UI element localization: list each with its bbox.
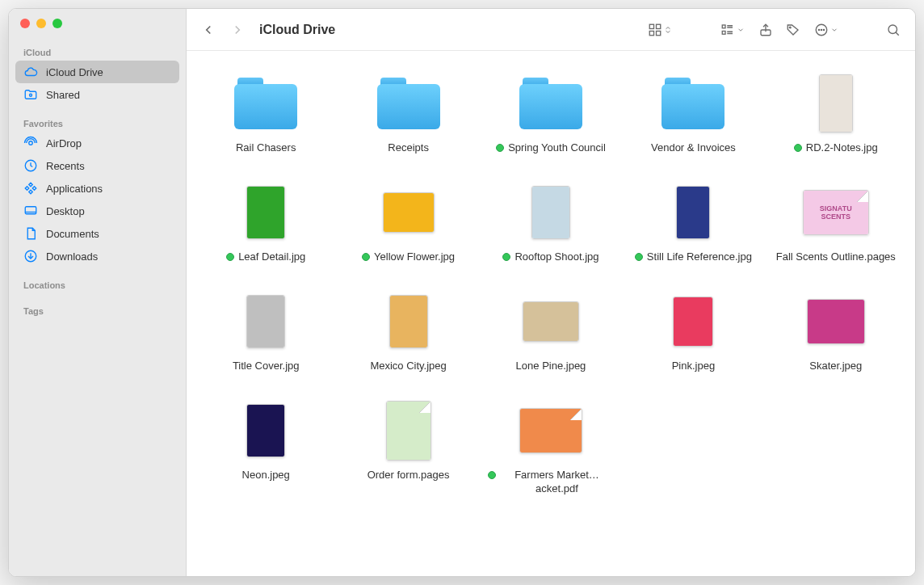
svg-point-21 bbox=[821, 29, 821, 30]
share-button[interactable] bbox=[754, 19, 778, 41]
file-item[interactable]: Receipts bbox=[345, 70, 471, 155]
sidebar-item-label: iCloud Drive bbox=[46, 66, 103, 78]
forward-button[interactable] bbox=[225, 19, 250, 41]
svg-rect-7 bbox=[649, 24, 653, 28]
tag-dot-green bbox=[496, 144, 504, 152]
svg-point-0 bbox=[30, 94, 32, 96]
svg-point-23 bbox=[888, 25, 897, 34]
sidebar-item-airdrop[interactable]: AirDrop bbox=[15, 132, 179, 154]
image-thumbnail bbox=[518, 288, 584, 355]
file-item[interactable]: Order form.pages bbox=[345, 398, 471, 496]
file-item[interactable]: Spring Youth Council bbox=[488, 70, 614, 155]
svg-point-20 bbox=[818, 29, 819, 30]
file-item[interactable]: Rail Chasers bbox=[203, 70, 329, 155]
file-item-label: RD.2-Notes.jpg bbox=[806, 141, 878, 155]
close-button[interactable] bbox=[20, 19, 30, 28]
file-item[interactable]: Title Cover.jpg bbox=[203, 288, 329, 373]
svg-point-18 bbox=[789, 27, 791, 28]
image-thumbnail bbox=[803, 70, 869, 137]
maximize-button[interactable] bbox=[52, 19, 62, 28]
group-button[interactable] bbox=[715, 19, 750, 41]
folder-shared-icon bbox=[23, 87, 38, 102]
view-mode-button[interactable] bbox=[642, 19, 678, 41]
file-item[interactable]: Vendor & Invoices bbox=[630, 70, 756, 155]
sidebar-section-header: iCloud bbox=[9, 43, 186, 61]
sidebar-item-downloads[interactable]: Downloads bbox=[15, 245, 179, 267]
airdrop-icon bbox=[23, 136, 38, 150]
sidebar-item-label: Applications bbox=[46, 183, 103, 195]
finder-window: iCloudiCloud DriveSharedFavoritesAirDrop… bbox=[8, 8, 916, 577]
image-thumbnail bbox=[233, 288, 299, 355]
file-item-label: Rooftop Shoot.jpg bbox=[514, 250, 598, 264]
file-item-label: Title Cover.jpg bbox=[233, 360, 300, 373]
main-pane: iCloud Drive bbox=[187, 9, 915, 576]
sidebar-item-label: Documents bbox=[46, 228, 99, 240]
folder-icon bbox=[376, 70, 442, 137]
file-item[interactable]: Neon.jpeg bbox=[203, 398, 329, 496]
minimize-button[interactable] bbox=[36, 19, 46, 28]
tag-dot-green bbox=[362, 253, 370, 261]
sidebar: iCloudiCloud DriveSharedFavoritesAirDrop… bbox=[9, 9, 187, 576]
file-item-label: Lone Pine.jpeg bbox=[516, 360, 586, 373]
file-item[interactable]: Rooftop Shoot.jpg bbox=[488, 179, 614, 264]
file-grid: Rail ChasersReceiptsSpring Youth Council… bbox=[187, 51, 915, 576]
file-item[interactable]: Pink.jpeg bbox=[630, 288, 756, 373]
file-item[interactable]: Lone Pine.jpeg bbox=[488, 288, 614, 373]
file-item-label: Yellow Flower.jpg bbox=[374, 250, 455, 264]
tags-button[interactable] bbox=[781, 19, 805, 41]
desktop-icon bbox=[23, 204, 38, 218]
sidebar-item-shared[interactable]: Shared bbox=[15, 83, 179, 106]
file-item[interactable]: Skater.jpeg bbox=[773, 288, 899, 373]
file-item[interactable]: Still Life Reference.jpg bbox=[630, 179, 756, 264]
image-thumbnail bbox=[233, 179, 299, 246]
window-controls bbox=[9, 19, 186, 28]
folder-icon bbox=[233, 70, 299, 137]
svg-line-24 bbox=[896, 32, 899, 36]
file-item-label: Leaf Detail.jpg bbox=[238, 250, 305, 264]
file-item[interactable]: Leaf Detail.jpg bbox=[203, 179, 329, 264]
document-icon bbox=[23, 226, 38, 241]
file-item[interactable]: SIGNATU SCENTSFall Scents Outline.pages bbox=[773, 179, 899, 264]
sidebar-item-recents[interactable]: Recents bbox=[15, 154, 179, 177]
image-thumbnail bbox=[803, 288, 869, 355]
file-item[interactable]: Farmers Market…acket.pdf bbox=[488, 398, 614, 496]
file-item-label: Order form.pages bbox=[368, 469, 450, 482]
folder-icon bbox=[518, 70, 584, 137]
file-item-label: Spring Youth Council bbox=[508, 141, 606, 155]
image-thumbnail bbox=[518, 179, 584, 246]
file-item-label: Neon.jpeg bbox=[242, 469, 290, 482]
sidebar-item-label: Shared bbox=[46, 89, 80, 101]
sidebar-section-header: Locations bbox=[9, 276, 186, 293]
sidebar-item-label: Desktop bbox=[46, 205, 85, 217]
file-item[interactable]: Yellow Flower.jpg bbox=[345, 179, 471, 264]
file-item[interactable]: RD.2-Notes.jpg bbox=[773, 70, 899, 155]
svg-rect-14 bbox=[722, 31, 725, 34]
clock-icon bbox=[23, 158, 38, 173]
file-item-label: Fall Scents Outline.pages bbox=[776, 250, 896, 264]
tag-dot-green bbox=[226, 253, 234, 261]
download-icon bbox=[23, 249, 38, 263]
window-title: iCloud Drive bbox=[259, 23, 335, 37]
svg-rect-8 bbox=[657, 24, 661, 28]
file-item-label: Mexico City.jpeg bbox=[370, 360, 446, 373]
file-item-label: Pink.jpeg bbox=[672, 360, 715, 373]
sidebar-item-documents[interactable]: Documents bbox=[15, 222, 179, 245]
svg-point-1 bbox=[29, 141, 33, 145]
tag-dot-green bbox=[635, 253, 643, 261]
svg-rect-3 bbox=[25, 207, 36, 214]
sidebar-item-icloud-drive[interactable]: iCloud Drive bbox=[15, 61, 179, 83]
sidebar-item-label: AirDrop bbox=[46, 137, 82, 149]
back-button[interactable] bbox=[196, 19, 220, 41]
sidebar-section-header: Favorites bbox=[9, 114, 186, 132]
tag-dot-green bbox=[502, 253, 510, 261]
file-item-label: Rail Chasers bbox=[236, 141, 296, 155]
image-thumbnail bbox=[660, 288, 726, 355]
folder-icon bbox=[660, 70, 726, 137]
search-button[interactable] bbox=[881, 19, 905, 41]
image-thumbnail bbox=[376, 288, 442, 355]
document-icon bbox=[518, 398, 584, 464]
sidebar-item-applications[interactable]: Applications bbox=[15, 177, 179, 200]
file-item[interactable]: Mexico City.jpeg bbox=[345, 288, 471, 373]
sidebar-item-desktop[interactable]: Desktop bbox=[15, 200, 179, 222]
more-button[interactable] bbox=[808, 19, 844, 41]
